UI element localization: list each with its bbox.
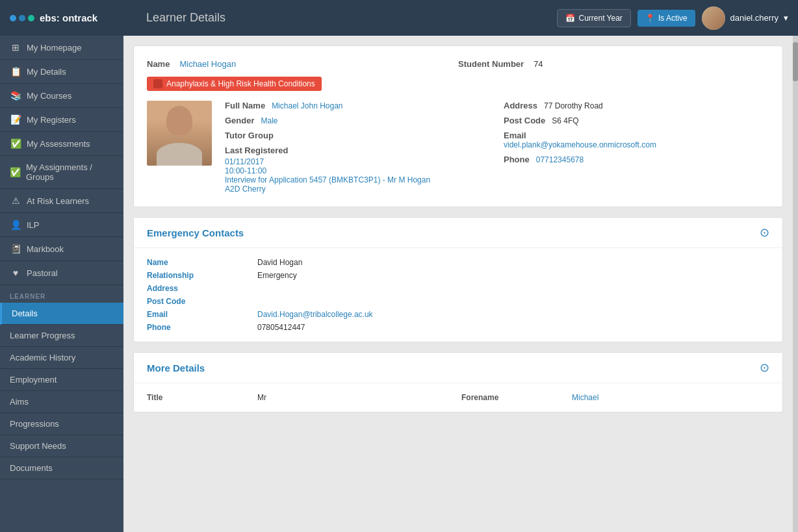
forename-label: Forename — [461, 393, 565, 402]
sidebar-item-homepage[interactable]: ⊞ My Homepage — [0, 36, 123, 60]
chevron-down-icon: ▾ — [784, 13, 788, 23]
user-menu[interactable]: daniel.cherry ▾ — [702, 6, 788, 30]
emergency-contacts-card: Emergency Contacts ⊙ Name David Hogan Re… — [133, 217, 783, 342]
more-details-section-header: More Details ⊙ — [134, 353, 782, 383]
markbook-icon: 📓 — [10, 244, 21, 254]
main-content: Name Michael Hogan Student Number 74 Ana… — [123, 36, 793, 532]
learner-photo-inner — [147, 101, 212, 166]
logo-text: ebs: ontrack — [40, 12, 97, 23]
sidebar-item-progressions[interactable]: Progressions — [0, 413, 123, 435]
sidebar-item-aims[interactable]: Aims — [0, 391, 123, 413]
logo-dot-1 — [10, 15, 16, 21]
sidebar-label-progressions: Progressions — [10, 419, 59, 429]
ec-address-value — [257, 284, 769, 293]
emergency-grid: Name David Hogan Relationship Emergency … — [147, 258, 769, 332]
more-details-card: More Details ⊙ Title Mr Forename Michael — [133, 352, 783, 412]
email-value: videl.plank@yokamehouse.onmicrosoft.com — [504, 140, 769, 149]
gender-label: Gender — [225, 116, 255, 125]
sidebar-label-pastoral: Pastoral — [27, 268, 58, 278]
current-year-button[interactable]: 📅 Current Year — [557, 9, 630, 27]
sidebar-label-assignments: My Assignments / Groups — [26, 162, 114, 182]
sidebar-label-learner-progress: Learner Progress — [10, 331, 75, 340]
ec-phone-label: Phone — [147, 323, 251, 332]
sidebar: ⊞ My Homepage 📋 My Details 📚 My Courses … — [0, 36, 123, 532]
more-details-toggle[interactable]: ⊙ — [760, 361, 769, 375]
ec-email-value[interactable]: David.Hogan@tribalcollege.ac.uk — [257, 310, 769, 319]
logo-dots — [10, 15, 34, 21]
emergency-title: Emergency Contacts — [147, 227, 244, 238]
sidebar-label-aims: Aims — [10, 397, 29, 407]
sidebar-item-registers[interactable]: 📝 My Registers — [0, 108, 123, 132]
ilp-icon: 👤 — [10, 220, 21, 230]
logo-dot-2 — [19, 15, 25, 21]
name-student-row: Name Michael Hogan Student Number 74 — [147, 59, 769, 69]
is-active-button[interactable]: 📍 Is Active — [637, 10, 695, 27]
alert-badge: Anaphylaxis & High Risk Health Condition… — [147, 77, 322, 91]
address-block: Address 77 Dorothy Road Post Code S6 4FQ… — [504, 101, 769, 164]
learner-main-grid: Full Name Michael John Hogan Gender Male… — [147, 101, 769, 194]
sidebar-item-pastoral[interactable]: ♥ Pastoral — [0, 261, 123, 285]
ec-name-value: David Hogan — [257, 258, 769, 267]
current-year-label: Current Year — [578, 14, 622, 23]
sidebar-label-support-needs: Support Needs — [10, 441, 66, 451]
last-registered-date: 01/11/2017 — [225, 157, 491, 166]
more-details-content: Title Mr Forename Michael — [134, 383, 782, 412]
logo-dot-3 — [28, 15, 34, 21]
sidebar-item-academic-history[interactable]: Academic History — [0, 347, 123, 369]
learner-section: Details Learner Progress Academic Histor… — [0, 303, 123, 479]
avatar — [702, 6, 725, 30]
more-details-grid: Title Mr Forename Michael — [147, 393, 769, 402]
main-layout: ⊞ My Homepage 📋 My Details 📚 My Courses … — [0, 36, 798, 532]
sidebar-label-registers: My Registers — [27, 115, 76, 125]
mydetails-icon: 📋 — [10, 66, 21, 77]
gender-value: Male — [261, 116, 278, 125]
tutor-group-label: Tutor Group — [225, 131, 274, 140]
sidebar-item-learner-progress[interactable]: Learner Progress — [0, 325, 123, 347]
assessments-icon: ✅ — [10, 138, 21, 149]
sidebar-label-ilp: ILP — [27, 220, 40, 230]
topbar: ebs: ontrack Learner Details 📅 Current Y… — [0, 0, 798, 36]
email-label: Email — [504, 131, 526, 140]
last-registered-link[interactable]: A2D Cherry — [225, 184, 491, 194]
learner-section-label: LEARNER — [0, 288, 123, 303]
phone-value: 07712345678 — [536, 155, 584, 164]
emergency-section-header: Emergency Contacts ⊙ — [134, 218, 782, 248]
sidebar-item-documents[interactable]: Documents — [0, 457, 123, 479]
logo: ebs: ontrack — [10, 12, 133, 23]
assignments-icon: ✅ — [10, 167, 21, 177]
sidebar-label-academic-history: Academic History — [10, 353, 75, 362]
sidebar-label-details: Details — [12, 309, 38, 318]
username-label: daniel.cherry — [730, 13, 779, 23]
sidebar-label-employment: Employment — [10, 375, 57, 385]
alert-text: Anaphylaxis & High Risk Health Condition… — [166, 79, 315, 88]
location-icon: 📍 — [645, 14, 655, 23]
ec-email-label: Email — [147, 310, 251, 319]
sidebar-item-assignments[interactable]: ✅ My Assignments / Groups — [0, 156, 123, 189]
forename-value: Michael — [572, 393, 769, 402]
sidebar-label-documents: Documents — [10, 463, 53, 473]
pastoral-icon: ♥ — [10, 268, 21, 278]
sidebar-item-details[interactable]: Details — [0, 303, 123, 325]
address-label: Address — [504, 101, 537, 110]
sidebar-item-assessments[interactable]: ✅ My Assessments — [0, 132, 123, 156]
sidebar-label-atrisk: At Risk Learners — [27, 196, 89, 206]
homepage-icon: ⊞ — [10, 42, 21, 53]
avatar-image — [702, 6, 725, 30]
sidebar-item-courses[interactable]: 📚 My Courses — [0, 84, 123, 108]
postcode-label: Post Code — [504, 116, 545, 125]
emergency-toggle[interactable]: ⊙ — [760, 225, 769, 240]
scroll-thumb[interactable] — [793, 42, 798, 81]
is-active-label: Is Active — [658, 14, 688, 23]
ec-phone-value: 07805412447 — [257, 323, 769, 332]
sidebar-item-support-needs[interactable]: Support Needs — [0, 435, 123, 457]
sidebar-item-markbook[interactable]: 📓 Markbook — [0, 237, 123, 261]
last-registered-event: Interview for Application 5457 (BMKBTC3P… — [225, 175, 491, 184]
topbar-right: 📅 Current Year 📍 Is Active daniel.cherry… — [557, 6, 788, 30]
atrisk-icon: ⚠ — [10, 196, 21, 206]
sidebar-item-atrisk[interactable]: ⚠ At Risk Learners — [0, 189, 123, 213]
last-registered-label: Last Registered — [225, 146, 289, 155]
sidebar-item-ilp[interactable]: 👤 ILP — [0, 213, 123, 237]
sidebar-item-employment[interactable]: Employment — [0, 369, 123, 391]
sidebar-item-mydetails[interactable]: 📋 My Details — [0, 60, 123, 84]
courses-icon: 📚 — [10, 90, 21, 101]
